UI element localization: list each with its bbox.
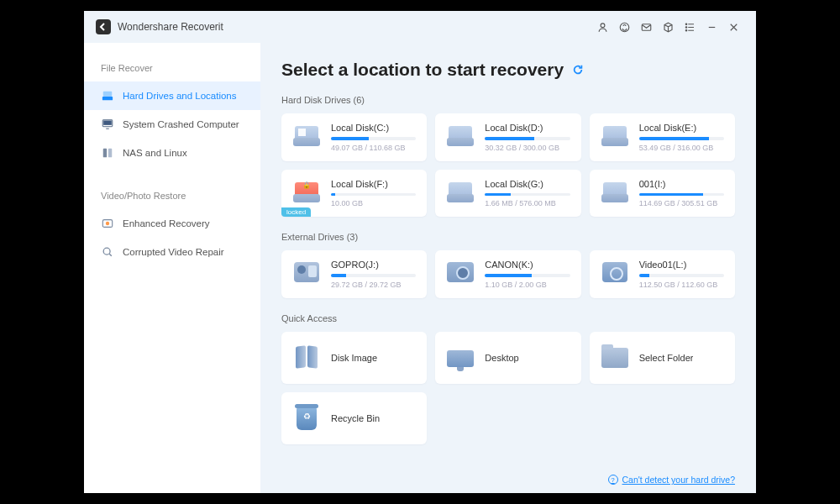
drive-card-c[interactable]: Local Disk(C:) 49.07 GB / 110.68 GB xyxy=(281,113,427,161)
drive-card-e[interactable]: Local Disk(E:) 53.49 GB / 316.00 GB xyxy=(590,113,735,161)
drive-icon xyxy=(446,123,475,148)
sidebar-item-system-crashed[interactable]: System Crashed Computer xyxy=(84,110,260,139)
quick-label: Desktop xyxy=(485,353,518,363)
svg-point-3 xyxy=(685,24,687,25)
enhanced-icon xyxy=(101,217,114,230)
drive-size: 29.72 GB / 29.72 GB xyxy=(331,281,416,289)
external-drive-icon xyxy=(601,260,629,285)
drive-size: 49.07 GB / 110.68 GB xyxy=(331,144,416,152)
sidebar-item-label: Enhanced Recovery xyxy=(123,218,210,228)
usage-bar xyxy=(331,274,416,277)
section-external-drives: External Drives (3) xyxy=(281,232,735,242)
usage-bar xyxy=(331,137,416,140)
drive-icon xyxy=(601,179,629,204)
drive-card-i[interactable]: 001(I:) 114.69 GB / 305.51 GB xyxy=(590,170,735,218)
svg-point-0 xyxy=(601,23,605,27)
quick-select-folder[interactable]: Select Folder xyxy=(590,332,735,384)
feedback-icon[interactable] xyxy=(635,16,657,38)
hard-drives-grid: Local Disk(C:) 49.07 GB / 110.68 GB Loca… xyxy=(281,113,735,217)
drive-size: 1.66 MB / 576.00 MB xyxy=(485,199,570,207)
page-title: Select a location to start recovery xyxy=(281,60,564,80)
gopro-icon xyxy=(292,260,321,285)
drive-card-g[interactable]: Local Disk(G:) 1.66 MB / 576.00 MB xyxy=(435,170,580,218)
usage-bar xyxy=(639,193,724,197)
usage-bar xyxy=(485,193,570,197)
sidebar-item-corrupted-video[interactable]: Corrupted Video Repair xyxy=(84,238,260,266)
titlebar: Wondershare Recoverit xyxy=(84,11,756,43)
drive-icon xyxy=(446,179,475,204)
drive-icon xyxy=(292,179,321,204)
help-link[interactable]: ? Can't detect your hard drive? xyxy=(608,475,736,485)
drive-size: 1.10 GB / 2.00 GB xyxy=(485,281,570,289)
list-icon[interactable] xyxy=(679,16,701,38)
close-button[interactable] xyxy=(722,16,744,38)
section-quick-access: Quick Access xyxy=(281,313,735,323)
desktop-icon xyxy=(446,345,475,370)
usage-bar xyxy=(639,274,724,277)
account-icon[interactable] xyxy=(591,16,613,38)
folder-icon xyxy=(601,345,629,370)
quick-disk-image[interactable]: Disk Image xyxy=(281,332,427,384)
svg-rect-6 xyxy=(102,97,113,100)
sidebar-section-video-photo: Video/Photo Restore xyxy=(84,186,260,209)
quick-recycle-bin[interactable]: Recycle Bin xyxy=(281,392,427,444)
usage-bar xyxy=(485,137,570,140)
svg-point-4 xyxy=(685,26,687,28)
quick-label: Select Folder xyxy=(639,353,694,363)
external-drives-grid: GOPRO(J:) 29.72 GB / 29.72 GB CANON(K:) … xyxy=(281,250,735,298)
help-icon: ? xyxy=(608,475,618,485)
sidebar-item-hard-drives[interactable]: Hard Drives and Locations xyxy=(84,81,260,110)
body: File Recover Hard Drives and Locations S… xyxy=(84,43,756,493)
svg-rect-11 xyxy=(108,149,112,158)
refresh-button[interactable] xyxy=(572,64,584,76)
drive-card-canon[interactable]: CANON(K:) 1.10 GB / 2.00 GB xyxy=(435,250,580,298)
usage-bar xyxy=(639,137,724,140)
app-logo xyxy=(96,19,111,34)
drive-size: 10.00 GB xyxy=(331,199,416,207)
recycle-bin-icon xyxy=(292,406,321,431)
server-icon xyxy=(101,146,114,160)
quick-label: Recycle Bin xyxy=(331,413,380,423)
drive-icon xyxy=(292,123,321,148)
svg-rect-2 xyxy=(642,24,651,30)
sidebar-item-label: System Crashed Computer xyxy=(123,119,239,129)
svg-rect-10 xyxy=(103,149,107,158)
sidebar-item-label: NAS and Linux xyxy=(123,148,187,158)
sidebar-item-enhanced-recovery[interactable]: Enhanced Recovery xyxy=(84,209,260,238)
sidebar-item-label: Hard Drives and Locations xyxy=(123,91,237,101)
drive-card-video01[interactable]: Video01(L:) 112.50 GB / 112.60 GB xyxy=(590,250,735,298)
drive-name: CANON(K:) xyxy=(485,260,570,270)
package-icon[interactable] xyxy=(657,16,679,38)
app-title: Wondershare Recoverit xyxy=(118,21,223,33)
app-window: Wondershare Recoverit File Recover Hard … xyxy=(84,11,756,493)
camera-icon xyxy=(446,260,475,285)
drive-card-f[interactable]: Local Disk(F:) 10.00 GB locked xyxy=(281,170,427,218)
sidebar-section-file-recover: File Recover xyxy=(84,58,260,81)
drive-name: Local Disk(C:) xyxy=(331,123,416,133)
support-icon[interactable] xyxy=(613,16,635,38)
drive-size: 114.69 GB / 305.51 GB xyxy=(639,199,724,207)
svg-point-5 xyxy=(685,29,687,31)
monitor-icon xyxy=(101,118,114,131)
sidebar-item-nas-linux[interactable]: NAS and Linux xyxy=(84,139,260,167)
minimize-button[interactable] xyxy=(701,16,722,38)
help-text: Can't detect your hard drive? xyxy=(622,475,736,485)
page-heading: Select a location to start recovery xyxy=(281,60,735,80)
main-panel: Select a location to start recovery Hard… xyxy=(260,43,756,493)
quick-access-grid: Disk Image Desktop Select Folder Recycle… xyxy=(281,332,735,444)
drive-card-d[interactable]: Local Disk(D:) 30.32 GB / 300.00 GB xyxy=(435,113,580,161)
drive-size: 53.49 GB / 316.00 GB xyxy=(639,144,724,152)
drive-name: Video01(L:) xyxy=(639,260,724,270)
section-hard-disk-drives: Hard Disk Drives (6) xyxy=(281,95,735,105)
drive-name: Local Disk(F:) xyxy=(331,179,416,189)
disk-image-icon xyxy=(292,345,321,370)
quick-label: Disk Image xyxy=(331,353,377,363)
svg-rect-9 xyxy=(103,121,112,125)
drive-name: Local Disk(D:) xyxy=(485,123,570,133)
locked-tag: locked xyxy=(281,207,311,217)
quick-desktop[interactable]: Desktop xyxy=(435,332,580,384)
drive-card-gopro[interactable]: GOPRO(J:) 29.72 GB / 29.72 GB xyxy=(281,250,427,298)
drive-size: 112.50 GB / 112.60 GB xyxy=(639,281,724,289)
drive-icon xyxy=(101,89,114,102)
drive-name: Local Disk(G:) xyxy=(485,179,570,189)
